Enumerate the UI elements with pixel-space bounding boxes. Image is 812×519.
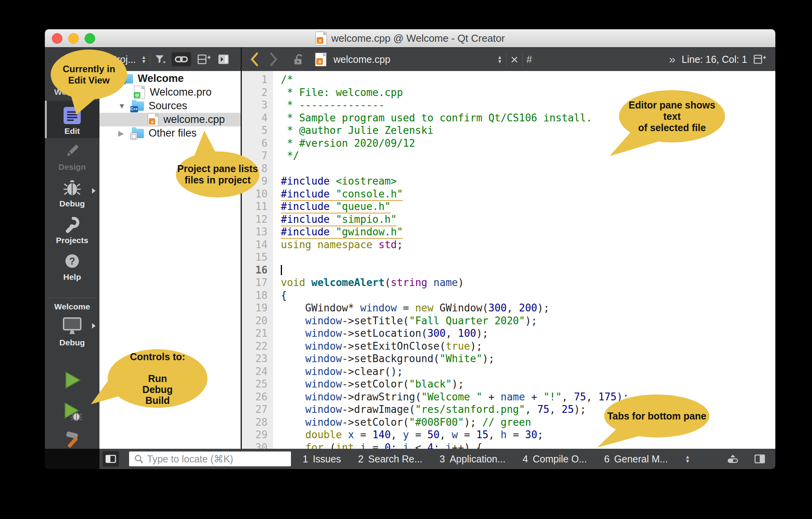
bottom-bar: Type to locate (⌘K) 1Issues 2Search Re..… <box>45 449 775 469</box>
sidebar-item-edit[interactable]: Edit <box>45 101 99 138</box>
toolbar-divider <box>506 53 507 66</box>
sidebar-item-help[interactable]: ? Help <box>45 252 99 282</box>
window-title: welcome.cpp @ Welcome - Qt Creator <box>332 32 505 44</box>
sidebar-item-design[interactable]: Design <box>45 142 99 172</box>
code-line[interactable]: window->setLocation(300, 100); <box>281 327 775 340</box>
overflow-chevrons[interactable]: » <box>669 53 675 66</box>
filter-button[interactable] <box>154 54 166 65</box>
tab-search-results[interactable]: 2Search Re... <box>358 453 422 465</box>
file-icon: s <box>315 53 326 66</box>
sort-spinner-icon[interactable]: ▲▼ <box>685 455 690 463</box>
line-number: 22 <box>242 340 273 353</box>
split-editor-button[interactable] <box>753 53 767 65</box>
forward-button[interactable] <box>269 52 278 66</box>
line-number: 1 <box>242 73 273 86</box>
back-icon <box>250 52 259 66</box>
run-icon <box>62 370 82 390</box>
code-line[interactable] <box>281 264 775 277</box>
code-line[interactable]: void welcomeAlert(string name) <box>281 276 775 289</box>
code-line[interactable]: */ <box>281 149 775 162</box>
link-with-editor-button[interactable] <box>172 52 191 66</box>
tab-compile-output[interactable]: 4Compile O... <box>523 453 587 465</box>
pencil-icon <box>63 142 81 160</box>
split-button[interactable] <box>197 53 211 65</box>
lock-toggle-button[interactable] <box>292 53 305 66</box>
tree-row-sources[interactable]: ▼ C++ Sources <box>99 99 241 113</box>
toolbar-divider <box>522 53 523 66</box>
line-number: 26 <box>242 391 273 403</box>
code-line[interactable]: #include "gwindow.h" <box>281 226 775 238</box>
sort-spinner-icon[interactable]: ▲▼ <box>497 55 502 64</box>
tab-application-output[interactable]: 3Application... <box>440 453 505 465</box>
tree-label: Welcome <box>138 73 184 85</box>
code-line[interactable] <box>281 251 775 264</box>
code-line[interactable]: #include "console.h" <box>281 188 775 201</box>
code-line[interactable]: using namespace std; <box>281 238 775 251</box>
sidebar-item-projects[interactable]: Projects <box>45 215 99 245</box>
bottom-bar-left-gap <box>45 449 99 469</box>
code-line[interactable]: window->clear(); <box>281 365 775 378</box>
bug-icon <box>63 179 81 197</box>
line-number: 16 <box>242 264 273 277</box>
search-input[interactable]: Type to locate (⌘K) <box>129 451 291 466</box>
code-line[interactable]: #include <iostream> <box>281 175 775 188</box>
code-line[interactable]: #include "simpio.h" <box>281 213 775 226</box>
output-pane-tabs: 1Issues 2Search Re... 3Application... 4C… <box>303 453 668 465</box>
line-number: 11 <box>242 200 273 213</box>
code-line[interactable]: #include "queue.h" <box>281 200 775 213</box>
code-line[interactable]: * #version 2020/09/12 <box>281 137 775 150</box>
editor-gutter: 1234567891011121314151617181920212223242… <box>242 71 273 449</box>
code-line[interactable]: double x = 140, y = 50, w = 15, h = 30; <box>281 428 775 441</box>
line-number: 25 <box>242 378 273 391</box>
file-icon: s <box>316 32 327 45</box>
tree-row-welcome-cpp[interactable]: s welcome.cpp <box>99 113 241 126</box>
edit-icon <box>64 107 81 124</box>
search-icon <box>134 454 144 464</box>
line-col-indicator: Line: 16, Col: 1 <box>682 54 747 65</box>
tree-label: Welcome.pro <box>150 86 212 98</box>
code-line[interactable]: { <box>281 289 775 302</box>
flyout-arrow-icon[interactable] <box>92 188 96 194</box>
line-number: 19 <box>242 302 273 315</box>
code-line[interactable]: window->setBackground("White"); <box>281 352 775 365</box>
sidebar-item-debug[interactable]: Debug <box>45 179 99 208</box>
sidebar-toggle-button[interactable] <box>103 451 119 467</box>
callout-edit-view: Currently in Edit View <box>51 50 127 100</box>
line-number: 21 <box>242 327 273 340</box>
forward-icon <box>269 52 278 66</box>
link-icon <box>175 55 188 64</box>
code-line[interactable]: window->setTitle("Fall Quarter 2020"); <box>281 315 775 327</box>
run-button[interactable] <box>45 370 99 390</box>
bottom-bar-main: Type to locate (⌘K) 1Issues 2Search Re..… <box>99 449 775 469</box>
code-line[interactable]: window->setExitOnClose(true); <box>281 340 775 353</box>
code-line[interactable]: window->drawString("Welcome " + name + "… <box>281 391 775 403</box>
sort-spinner-icon[interactable]: ▲▼ <box>141 55 146 64</box>
filter-icon <box>154 54 166 65</box>
tab-issues[interactable]: 1Issues <box>303 453 341 465</box>
maximize-pane-button[interactable] <box>727 454 739 464</box>
back-button[interactable] <box>250 52 259 66</box>
line-number: 4 <box>242 112 273 124</box>
close-document-button[interactable]: × <box>511 53 518 65</box>
line-number: 27 <box>242 403 273 416</box>
code-line[interactable] <box>281 162 775 175</box>
open-file-dropdown[interactable]: welcome.cpp <box>333 54 497 65</box>
tree-row-other-files[interactable]: ▶ Other files <box>99 126 241 140</box>
debug-run-button[interactable] <box>45 401 99 421</box>
build-button[interactable] <box>45 430 99 450</box>
titlebar: s welcome.cpp @ Welcome - Qt Creator <box>45 29 775 48</box>
symbol-hash-button[interactable]: # <box>527 53 532 66</box>
code-line[interactable]: window->setColor("black"); <box>281 378 775 391</box>
code-line[interactable]: GWindow* window = new GWindow(300, 200); <box>281 302 775 315</box>
line-number: 17 <box>242 276 273 289</box>
line-number: 18 <box>242 289 273 302</box>
close-pane-button[interactable] <box>218 53 230 65</box>
line-number: 13 <box>242 226 273 238</box>
right-panel-toggle-button[interactable] <box>754 454 765 464</box>
code-line[interactable]: /* <box>281 73 775 86</box>
code-line[interactable]: for (int i = 0; i < 4; i++) { <box>281 441 775 449</box>
callout-editor-pane: Editor pane shows text of selected file <box>619 90 725 142</box>
flyout-arrow-icon[interactable] <box>92 323 96 329</box>
tab-general-messages[interactable]: 6General M... <box>604 453 668 465</box>
kit-selector[interactable]: Debug <box>45 317 99 347</box>
